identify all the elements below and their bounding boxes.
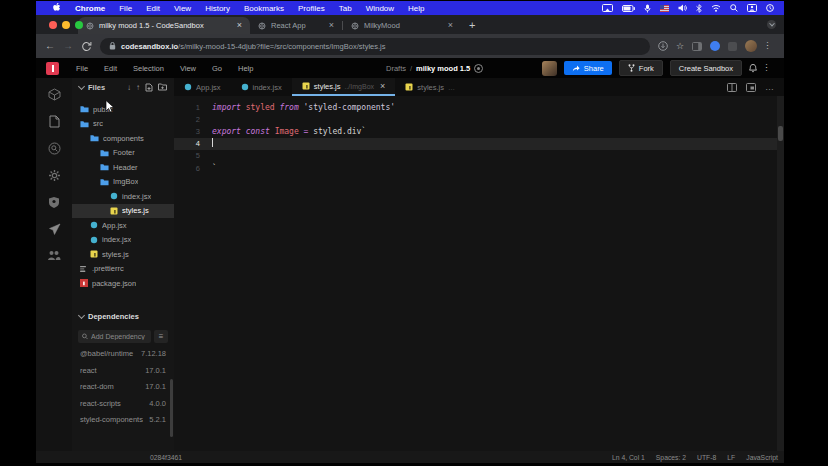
tree-item-.prettierrc[interactable]: .prettierrc — [72, 262, 174, 277]
reload-icon[interactable] — [81, 41, 92, 52]
csb-menu-help[interactable]: Help — [230, 64, 261, 73]
zoom-window-button[interactable] — [75, 21, 83, 29]
status-item[interactable]: LF — [727, 454, 735, 461]
tree-item-Footer[interactable]: Footer — [72, 146, 174, 161]
close-tab-icon[interactable]: × — [329, 22, 334, 29]
menubar-item-file[interactable]: File — [112, 4, 139, 13]
settings-gear-icon[interactable] — [48, 169, 61, 182]
editor-scrollbar[interactable] — [777, 96, 784, 451]
extension-blue-icon[interactable] — [710, 41, 720, 51]
create-sandbox-button[interactable]: Create Sandbox — [670, 60, 742, 76]
tree-item-index.jsx[interactable]: index.jsx — [72, 233, 174, 248]
side-panel-icon[interactable] — [692, 42, 702, 51]
csb-menu-view[interactable]: View — [172, 64, 204, 73]
csb-menu-selection[interactable]: Selection — [125, 64, 172, 73]
editor-tab[interactable]: index.jsx — [231, 78, 292, 96]
csb-menu-file[interactable]: File — [68, 64, 96, 73]
open-preview-icon[interactable] — [746, 83, 756, 92]
clock-icon[interactable] — [766, 4, 774, 12]
apple-logo-icon[interactable] — [46, 3, 68, 14]
tree-item-index.jsx[interactable]: index.jsx — [72, 189, 174, 204]
dependencies-header[interactable]: Dependencies — [72, 309, 174, 325]
tree-item-ImgBox[interactable]: ImgBox — [72, 175, 174, 190]
sandbox-info-icon[interactable] — [48, 88, 61, 101]
wifi-icon[interactable] — [711, 4, 721, 12]
explorer-files-icon[interactable] — [49, 115, 60, 128]
tree-item-styles.js[interactable]: styles.js — [72, 247, 174, 262]
address-bar[interactable]: codesandbox.io/s/milky-mood-15-4djub?fil… — [100, 38, 650, 55]
tree-item-Header[interactable]: Header — [72, 160, 174, 175]
menubar-item-edit[interactable]: Edit — [139, 4, 167, 13]
upload-file-icon[interactable]: ↑ — [136, 83, 140, 92]
browser-tab[interactable]: milky mood 1.5 - CodeSandbox× — [78, 17, 250, 34]
browser-profile-avatar[interactable] — [745, 40, 757, 52]
split-editor-icon[interactable] — [727, 83, 737, 92]
dependency-list-icon[interactable]: ≡ — [154, 330, 168, 343]
deployment-rocket-icon[interactable] — [48, 223, 61, 236]
code-line[interactable]: 5 — [174, 150, 784, 162]
fork-button[interactable]: Fork — [619, 60, 663, 76]
close-window-button[interactable] — [49, 21, 57, 29]
new-folder-icon[interactable] — [158, 83, 167, 91]
menubar-item-profiles[interactable]: Profiles — [291, 4, 332, 13]
more-actions-icon[interactable]: … — [765, 82, 774, 92]
menubar-item-chrome[interactable]: Chrome — [68, 4, 112, 13]
close-tab-icon[interactable]: × — [237, 22, 242, 29]
extension-dark-icon[interactable] — [728, 42, 737, 51]
new-file-icon[interactable] — [145, 83, 153, 92]
menubar-item-window[interactable]: Window — [359, 4, 401, 13]
menubar-item-tab[interactable]: Tab — [332, 4, 359, 13]
editor-tab[interactable]: styles.js… — [395, 78, 465, 96]
minimize-window-button[interactable] — [62, 21, 70, 29]
code-line[interactable]: 6` — [174, 162, 784, 174]
csb-menu-go[interactable]: Go — [204, 64, 230, 73]
microphone-icon[interactable] — [644, 4, 651, 13]
screen-mirror-icon[interactable] — [602, 4, 613, 12]
user-avatar[interactable] — [542, 61, 557, 76]
dependency-row[interactable]: @babel/runtime7.12.18 — [72, 346, 174, 363]
status-item[interactable]: UTF-8 — [697, 454, 716, 461]
notifications-bell-icon[interactable] — [749, 64, 757, 73]
tree-item-package.json[interactable]: package.json — [72, 276, 174, 291]
bluetooth-icon[interactable] — [696, 4, 702, 13]
back-icon[interactable]: ← — [45, 41, 55, 51]
install-app-icon[interactable] — [658, 41, 668, 51]
keyboard-flag-us-icon[interactable] — [660, 5, 669, 12]
code-line[interactable]: 4 — [174, 138, 784, 150]
new-tab-button[interactable]: + — [469, 18, 475, 32]
codesandbox-logo[interactable] — [46, 62, 59, 75]
spotlight-search-icon[interactable] — [730, 4, 738, 12]
close-tab-icon[interactable]: × — [448, 22, 453, 29]
user-switch-icon[interactable] — [747, 4, 757, 12]
bookmark-star-icon[interactable]: ☆ — [676, 41, 684, 51]
dependency-row[interactable]: styled-components5.2.1 — [72, 412, 174, 429]
browser-menu-icon[interactable]: … — [765, 41, 775, 51]
menubar-item-view[interactable]: View — [167, 4, 198, 13]
code-line[interactable]: 1import styled from 'styled-components' — [174, 101, 784, 113]
menubar-item-history[interactable]: History — [198, 4, 237, 13]
export-zip-icon[interactable]: ↓ — [127, 83, 131, 92]
files-panel-header[interactable]: Files ↓ ↑ — [72, 78, 174, 96]
battery-icon[interactable] — [622, 5, 635, 12]
dependency-row[interactable]: react-dom17.0.1 — [72, 379, 174, 396]
dependency-row[interactable]: react17.0.1 — [72, 362, 174, 379]
tree-item-styles.js[interactable]: styles.js — [72, 204, 174, 219]
csb-menu-edit[interactable]: Edit — [96, 64, 125, 73]
share-button[interactable]: Share — [564, 61, 612, 75]
dependency-row[interactable]: react-scripts4.0.0 — [72, 395, 174, 412]
live-users-icon[interactable] — [47, 250, 61, 261]
editor-tab[interactable]: App.jsx — [174, 78, 231, 96]
add-dependency-input[interactable] — [91, 333, 147, 340]
browser-tab[interactable]: MilkyMood× — [343, 17, 461, 34]
privacy-icon[interactable] — [474, 64, 483, 73]
status-item[interactable]: Spaces: 2 — [656, 454, 686, 461]
tree-item-components[interactable]: components — [72, 131, 174, 146]
breadcrumb-scope[interactable]: Drafts — [386, 64, 406, 73]
tree-item-src[interactable]: src — [72, 117, 174, 132]
browser-tab[interactable]: React App× — [250, 17, 342, 34]
tab-search-icon[interactable] — [767, 20, 776, 29]
header-menu-icon[interactable]: … — [764, 63, 774, 73]
volume-icon[interactable] — [678, 4, 687, 12]
status-item[interactable]: JavaScript — [746, 454, 778, 461]
code-editor[interactable]: 1import styled from 'styled-components'2… — [174, 96, 784, 451]
